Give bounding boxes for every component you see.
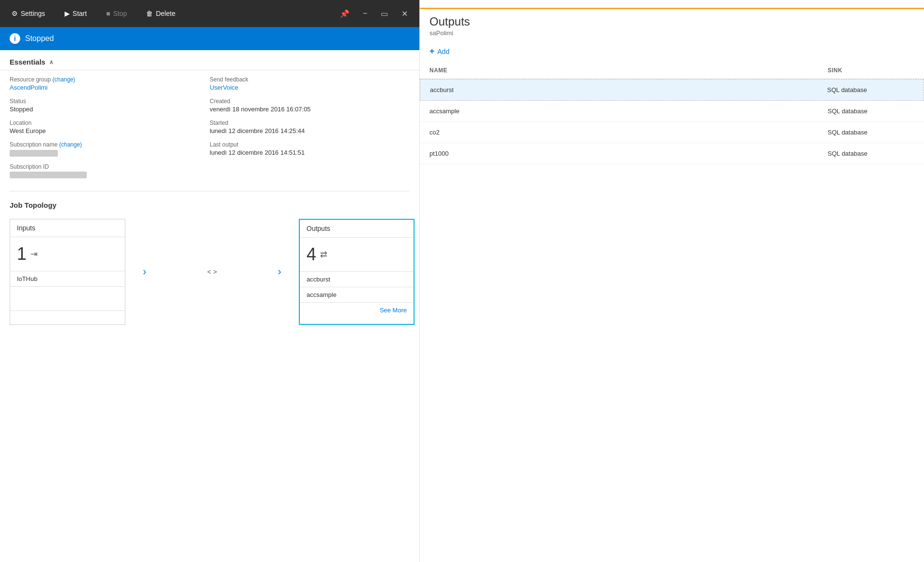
- subscription-id-value: [10, 171, 195, 179]
- settings-button[interactable]: ⚙ Settings: [8, 8, 49, 19]
- close-button[interactable]: ✕: [398, 7, 412, 20]
- output-name: co2: [429, 129, 828, 136]
- input-item-iothub[interactable]: IoTHub: [10, 271, 125, 287]
- topology-arrow-right: ›: [260, 219, 299, 325]
- created-label: Created: [210, 98, 410, 105]
- output-sink: SQL database: [828, 150, 914, 157]
- essentials-grid: Resource group (change) AscendPolimi Sta…: [0, 70, 419, 191]
- right-panel-header: Outputs saPolimi + Add: [420, 0, 924, 62]
- settings-icon: ⚙: [12, 10, 18, 17]
- topology-arrow-left: ›: [125, 219, 164, 325]
- stop-button[interactable]: ■ Stop: [102, 8, 131, 19]
- start-icon: ▶: [65, 10, 70, 17]
- status-icon: i: [10, 33, 20, 44]
- add-icon: +: [429, 46, 435, 56]
- col-sink-header: SINK: [828, 67, 914, 74]
- arrow-right-icon: ›: [278, 266, 281, 278]
- output-item-accburst[interactable]: accburst: [300, 272, 414, 287]
- status-text: Stopped: [25, 34, 54, 43]
- created-value: venerdì 18 novembre 2016 16:07:05: [210, 106, 410, 113]
- resource-group-change-link[interactable]: (change): [53, 76, 75, 83]
- delete-icon: 🗑: [146, 10, 153, 17]
- started-value: lunedì 12 dicembre 2016 14:25:44: [210, 127, 410, 134]
- minimize-button[interactable]: −: [359, 7, 371, 20]
- status-bar: i Stopped: [0, 27, 419, 50]
- outputs-count-row: 4 ⇄: [300, 238, 414, 272]
- delete-button[interactable]: 🗑 Delete: [142, 8, 179, 19]
- subscription-id-field: Subscription ID: [10, 163, 195, 179]
- output-name: accsample: [429, 107, 828, 115]
- inputs-count: 1: [17, 244, 27, 264]
- table-header: NAME SINK: [420, 62, 924, 79]
- resource-group-label: Resource group (change): [10, 76, 195, 83]
- output-name: accburst: [430, 86, 827, 94]
- subscription-id-label: Subscription ID: [10, 163, 195, 170]
- outputs-count: 4: [307, 244, 316, 265]
- query-box[interactable]: < >: [164, 219, 260, 325]
- send-feedback-field: Send feedback UserVoice: [210, 76, 410, 91]
- last-output-label: Last output: [210, 141, 410, 148]
- see-more-link[interactable]: See More: [300, 303, 414, 318]
- topology-grid: Inputs 1 ⇥ IoTHub › < >: [10, 219, 410, 325]
- col-name-header: NAME: [429, 67, 828, 74]
- toolbar-left: ⚙ Settings ▶ Start ■ Stop 🗑 Delete: [8, 8, 179, 19]
- start-button[interactable]: ▶ Start: [61, 8, 91, 19]
- location-label: Location: [10, 120, 195, 126]
- output-name: pt1000: [429, 150, 828, 157]
- table-row[interactable]: co2 SQL database: [420, 122, 924, 143]
- status-field: Status Stopped: [10, 98, 195, 113]
- topology-section: Job Topology Inputs 1 ⇥ IoTHub ›: [0, 191, 419, 335]
- restore-button[interactable]: ▭: [377, 7, 392, 20]
- outputs-table: accburst SQL database accsample SQL data…: [420, 79, 924, 164]
- subscription-name-value: [10, 149, 195, 157]
- subscription-name-label: Subscription name (change): [10, 141, 195, 148]
- left-panel: ⚙ Settings ▶ Start ■ Stop 🗑 Delete 📌 − ▭…: [0, 0, 419, 562]
- query-symbol: < >: [207, 268, 217, 276]
- right-panel: Outputs saPolimi + Add NAME SINK accburs…: [419, 0, 924, 562]
- subscription-name-redacted: [10, 150, 58, 157]
- table-row[interactable]: accsample SQL database: [420, 101, 924, 122]
- location-field: Location West Europe: [10, 120, 195, 134]
- status-label: Status: [10, 98, 195, 105]
- window-controls: 📌 − ▭ ✕: [336, 7, 412, 20]
- table-row[interactable]: pt1000 SQL database: [420, 143, 924, 164]
- essentials-col-right: Send feedback UserVoice Created venerdì …: [210, 70, 410, 191]
- right-panel-subtitle: saPolimi: [429, 29, 914, 37]
- add-button[interactable]: + Add: [429, 42, 914, 60]
- stop-label: Stop: [113, 10, 127, 17]
- table-row[interactable]: accburst SQL database: [420, 79, 924, 101]
- uservoice-link[interactable]: UserVoice: [210, 84, 238, 91]
- output-item-accsample[interactable]: accsample: [300, 287, 414, 303]
- essentials-title: Essentials: [10, 58, 45, 66]
- output-sink: SQL database: [828, 129, 914, 136]
- essentials-collapse-icon[interactable]: ∧: [49, 59, 54, 66]
- right-panel-title: Outputs: [429, 15, 914, 28]
- outputs-box: Outputs 4 ⇄ accburst accsample See More: [299, 219, 415, 325]
- topology-title: Job Topology: [10, 201, 410, 209]
- resource-group-field: Resource group (change) AscendPolimi: [10, 76, 195, 91]
- add-label: Add: [438, 48, 450, 55]
- input-item-empty: [10, 287, 125, 311]
- last-output-value: lunedì 12 dicembre 2016 14:51:51: [210, 149, 410, 156]
- subscription-id-redacted: [10, 172, 87, 178]
- inputs-count-row: 1 ⇥: [10, 237, 125, 271]
- last-output-field: Last output lunedì 12 dicembre 2016 14:5…: [210, 141, 410, 156]
- resource-group-value-link[interactable]: AscendPolimi: [10, 84, 48, 91]
- toolbar: ⚙ Settings ▶ Start ■ Stop 🗑 Delete 📌 − ▭…: [0, 0, 419, 27]
- status-value: Stopped: [10, 106, 195, 113]
- essentials-header: Essentials ∧: [0, 50, 419, 70]
- output-sink: SQL database: [827, 86, 914, 94]
- start-label: Start: [73, 10, 87, 17]
- subscription-name-field: Subscription name (change): [10, 141, 195, 157]
- location-value: West Europe: [10, 127, 195, 134]
- settings-label: Settings: [21, 10, 45, 17]
- inputs-icon: ⇥: [30, 249, 38, 259]
- outputs-icon: ⇄: [320, 249, 327, 260]
- pin-button[interactable]: 📌: [336, 7, 353, 20]
- delete-label: Delete: [156, 10, 175, 17]
- essentials-col-left: Resource group (change) AscendPolimi Sta…: [10, 70, 210, 191]
- started-label: Started: [210, 120, 410, 126]
- subscription-name-change-link[interactable]: (change): [59, 141, 82, 148]
- inputs-header: Inputs: [10, 219, 125, 237]
- arrow-left-icon: ›: [143, 266, 146, 278]
